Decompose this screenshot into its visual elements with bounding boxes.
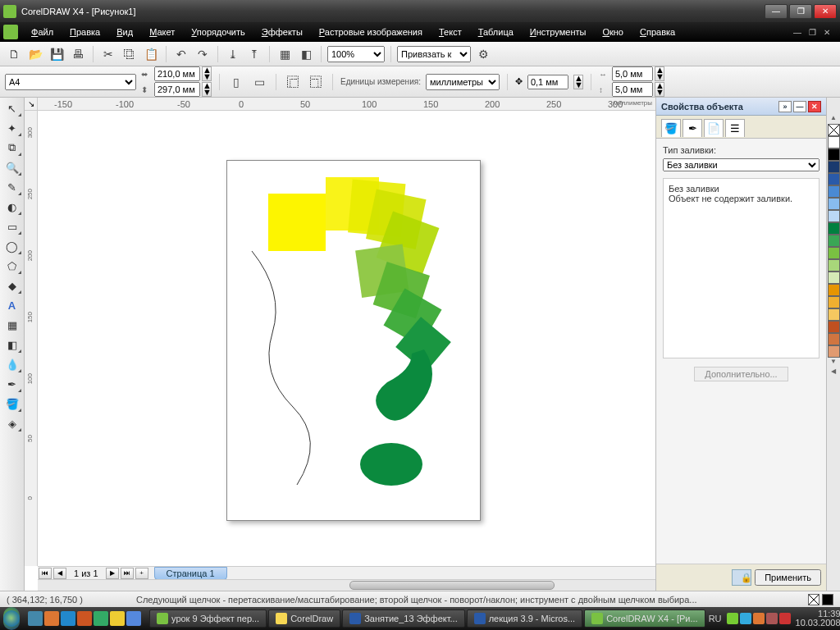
color-swatch[interactable] (828, 185, 840, 198)
spinner[interactable]: ▲▼ (655, 82, 664, 97)
color-swatch[interactable] (828, 272, 840, 284)
canvas-viewport[interactable] (38, 111, 655, 566)
apply-button[interactable]: Применить (755, 569, 821, 586)
docker-close-button[interactable]: ✕ (808, 101, 821, 112)
internet-tab[interactable]: ☰ (725, 119, 745, 137)
palette-up-button[interactable]: ▲ (827, 114, 840, 124)
smartfill-tool[interactable]: ◐ (2, 198, 22, 216)
close-button[interactable]: ✕ (814, 4, 837, 19)
polygon-tool[interactable]: ⬠ (2, 257, 22, 275)
minimize-button[interactable]: — (765, 4, 788, 19)
landscape-button[interactable]: ▭ (250, 73, 268, 91)
color-swatch[interactable] (828, 333, 840, 345)
color-swatch[interactable] (828, 345, 840, 358)
pick-tool[interactable]: ↖ (2, 99, 22, 117)
lock-button[interactable]: 🔒 (732, 569, 751, 586)
paste-button[interactable]: 📋 (142, 45, 160, 63)
print-button[interactable]: 🖶 (69, 45, 87, 63)
save-button[interactable]: 💾 (48, 45, 66, 63)
color-swatch[interactable] (828, 148, 840, 161)
spinner[interactable]: ▲▼ (573, 75, 583, 89)
spinner[interactable]: ▲▼ (202, 82, 212, 97)
shape-tool[interactable]: ✦ (2, 119, 22, 137)
horizontal-ruler[interactable]: -150 -100 -50 0 50 100 150 200 250 300 м… (38, 98, 655, 111)
zoom-tool[interactable]: 🔍 (2, 158, 22, 176)
color-swatch[interactable] (828, 259, 840, 272)
menu-arrange[interactable]: Упорядочить (183, 25, 253, 39)
export-button[interactable]: ⤒ (245, 45, 263, 63)
first-page-button[interactable]: ⏮ (39, 568, 52, 579)
task-button[interactable]: урок 9 Эффект пер... (149, 609, 267, 628)
prev-page-button[interactable]: ◀ (53, 568, 66, 579)
fill-tool[interactable]: 🪣 (2, 395, 22, 413)
menu-text[interactable]: Текст (431, 25, 470, 39)
spinner[interactable]: ▲▼ (655, 66, 664, 81)
dup-x-input[interactable] (612, 66, 653, 81)
color-swatch[interactable] (828, 235, 840, 247)
maximize-button[interactable]: ❐ (789, 4, 812, 19)
snap-select[interactable]: Привязать к (397, 46, 471, 62)
menu-view[interactable]: Вид (108, 25, 141, 39)
welcome-button[interactable]: ◧ (297, 45, 315, 63)
docker-collapse-button[interactable]: — (793, 101, 806, 112)
undo-button[interactable]: ↶ (172, 45, 190, 63)
mdi-restore-button[interactable]: ❐ (806, 26, 819, 38)
palette-flyout-button[interactable]: ◀ (827, 368, 840, 377)
redo-button[interactable]: ↷ (194, 45, 212, 63)
mdi-minimize-button[interactable]: — (791, 26, 804, 38)
new-button[interactable]: 🗋 (5, 45, 23, 63)
freehand-tool[interactable]: ✎ (2, 178, 22, 196)
task-button[interactable]: CorelDraw (268, 609, 340, 628)
color-swatch[interactable] (828, 136, 840, 148)
cut-button[interactable]: ✂ (99, 45, 117, 63)
page[interactable] (226, 160, 481, 521)
crop-tool[interactable]: ⧉ (2, 139, 22, 157)
color-swatch[interactable] (828, 308, 840, 321)
task-button[interactable]: Занятие_13 Эффект... (342, 609, 465, 628)
clock[interactable]: 11:39 10.03.2008 (796, 609, 840, 628)
menu-bitmaps[interactable]: Растровые изображения (311, 25, 431, 39)
lang-indicator[interactable]: RU (709, 614, 722, 623)
color-swatch[interactable] (828, 296, 840, 308)
menu-layout[interactable]: Макет (141, 25, 183, 39)
rectangle-tool[interactable]: ▭ (2, 217, 22, 235)
start-button[interactable] (3, 607, 20, 630)
open-button[interactable]: 📂 (26, 45, 44, 63)
scroll-thumb[interactable] (349, 581, 555, 590)
import-button[interactable]: ⤓ (224, 45, 242, 63)
color-swatch[interactable] (828, 210, 840, 222)
palette-down-button[interactable]: ▼ (827, 358, 840, 368)
menu-table[interactable]: Таблица (470, 25, 522, 39)
page-layout-button[interactable]: ⿸ (284, 73, 302, 91)
ellipse-tool[interactable]: ◯ (2, 237, 22, 255)
page-height-input[interactable] (154, 82, 200, 97)
color-swatch[interactable] (828, 161, 840, 173)
ql-item[interactable] (44, 611, 59, 626)
next-page-button[interactable]: ▶ (106, 568, 119, 579)
menu-file[interactable]: Файл (23, 25, 62, 39)
menu-edit[interactable]: Правка (62, 25, 108, 39)
mdi-close-button[interactable]: ✕ (820, 26, 833, 38)
menu-tools[interactable]: Инструменты (522, 25, 595, 39)
page-layout2-button[interactable]: ⿹ (307, 73, 325, 91)
eyedropper-tool[interactable]: 💧 (2, 355, 22, 373)
last-page-button[interactable]: ⏭ (121, 568, 134, 579)
menu-window[interactable]: Окно (594, 25, 632, 39)
tray-icon[interactable] (727, 613, 738, 624)
task-button-active[interactable]: CorelDRAW X4 - [Ри... (584, 609, 705, 628)
ruler-origin[interactable]: ↘ (25, 98, 38, 111)
drawing-area[interactable]: ↘ -150 -100 -50 0 50 100 150 200 250 300… (25, 98, 655, 591)
outline-tab[interactable]: ✒ (682, 119, 702, 137)
page-width-input[interactable] (154, 66, 200, 81)
text-tab[interactable]: 📄 (704, 119, 724, 137)
color-swatch[interactable] (828, 222, 840, 235)
paper-size-select[interactable]: A4 (5, 74, 136, 90)
interactive-tool[interactable]: ◧ (2, 336, 22, 354)
ql-item[interactable] (61, 611, 75, 626)
color-swatch[interactable] (828, 321, 840, 333)
dup-y-input[interactable] (612, 82, 653, 97)
color-swatch[interactable] (828, 173, 840, 185)
fill-type-select[interactable]: Без заливки (663, 158, 819, 171)
color-swatch[interactable] (828, 247, 840, 259)
app-launcher-button[interactable]: ▦ (276, 45, 294, 63)
